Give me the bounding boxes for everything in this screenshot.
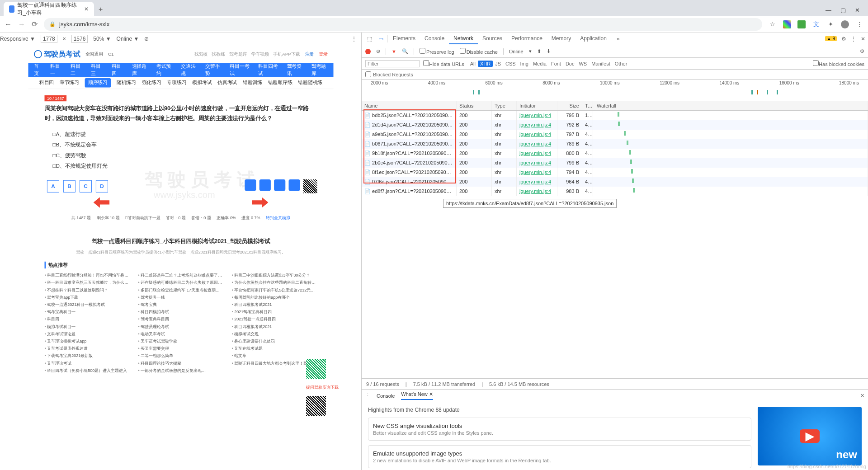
back-button[interactable]: ←: [5, 20, 12, 28]
filter-type[interactable]: Img: [518, 61, 531, 67]
col-name[interactable]: Name: [362, 101, 457, 110]
search-icon[interactable]: 🔍: [402, 48, 408, 54]
network-row[interactable]: 📄 b0671.json?CALL=?20210205090935.json20…: [362, 139, 868, 149]
disable-cache-checkbox[interactable]: Disable cache: [460, 48, 498, 55]
devtools-tab[interactable]: Console: [420, 33, 449, 44]
translate-icon[interactable]: 文: [812, 20, 820, 28]
devtools-menu-icon[interactable]: ⋮: [851, 36, 856, 42]
url-input[interactable]: 🔒 jsyks.com/kms-sxlx: [44, 18, 762, 31]
nav-item[interactable]: 科目一: [50, 63, 62, 77]
site-logo[interactable]: 驾驶员考试: [34, 49, 80, 59]
responsive-mode[interactable]: Responsive ▼: [0, 36, 35, 42]
nav-item[interactable]: 交警手势: [205, 63, 222, 77]
col-waterfall[interactable]: Waterfall: [593, 101, 868, 110]
filter-type[interactable]: Media: [531, 61, 549, 67]
whatsnew-card[interactable]: New CSS angle visualization toolsBetter …: [368, 418, 751, 441]
hot-link[interactable]: 科目四模拟考试: [138, 309, 223, 315]
col-size[interactable]: Size: [557, 101, 582, 110]
req-initiator[interactable]: jquery.min.js:4: [517, 130, 557, 139]
filter-type[interactable]: CSS: [503, 61, 518, 67]
drawer-tab-whatsnew[interactable]: What's New ✕: [401, 391, 433, 400]
question-option[interactable]: □C、疲劳驾驶: [52, 150, 317, 160]
req-initiator[interactable]: jquery.min.js:4: [517, 139, 557, 149]
hot-link[interactable]: 驾考宝典科目四: [138, 316, 223, 322]
col-status[interactable]: Status: [457, 101, 492, 110]
menu-icon[interactable]: ⋮: [855, 20, 863, 28]
ext-icon-2[interactable]: [797, 20, 806, 28]
subnav-item[interactable]: 错题随机练: [298, 80, 322, 86]
qr-code-2[interactable]: [306, 396, 326, 416]
hot-link[interactable]: 叉车理论模拟考试app: [44, 338, 130, 344]
hot-link[interactable]: 科二难还是科三难？上考场前这些难点要了解清…: [138, 273, 223, 278]
hot-link[interactable]: 2021驾校一点通科目四: [231, 316, 317, 322]
subnav-item[interactable]: 章节练习: [59, 80, 79, 86]
hot-link[interactable]: 文科考试理论题: [44, 331, 130, 337]
hot-link[interactable]: 叉车理论考试: [44, 360, 130, 366]
window-maximize[interactable]: ▢: [840, 7, 846, 14]
prev-arrow[interactable]: [93, 197, 109, 207]
answer-button[interactable]: D: [95, 180, 108, 192]
hot-link[interactable]: 2021驾考宝典科目四: [231, 309, 317, 315]
share-icon-1[interactable]: [245, 179, 256, 191]
star-icon[interactable]: ☆: [769, 20, 777, 28]
req-initiator[interactable]: jquery.min.js:4: [517, 111, 557, 120]
hot-link[interactable]: 科目四模拟考试2021: [231, 302, 317, 308]
filter-type[interactable]: Doc: [563, 61, 577, 67]
download-icon[interactable]: ⬇: [547, 48, 551, 54]
drawer-close-icon[interactable]: ✕: [860, 393, 864, 399]
hot-link[interactable]: 多部门联合检查按规约车 17天重点检查期到来: [138, 287, 223, 293]
answer-button[interactable]: A: [47, 180, 59, 192]
nav-item[interactable]: 选择题库: [132, 63, 148, 77]
subnav-item[interactable]: 强化练习: [142, 80, 161, 86]
hot-link[interactable]: 科目三中沙眼跟踪方法露出3停车30公分？: [231, 273, 317, 278]
filter-type[interactable]: XHR: [478, 61, 493, 67]
req-initiator[interactable]: jquery.min.js:4: [517, 149, 557, 158]
filter-type[interactable]: Other: [613, 61, 630, 67]
header-link[interactable]: 找驾校: [194, 51, 208, 57]
filter-type[interactable]: Font: [549, 61, 563, 67]
zoom-level[interactable]: 50% ▼: [93, 36, 111, 42]
nav-item[interactable]: 交通法规: [180, 63, 197, 77]
nav-item[interactable]: 考试预约: [156, 63, 172, 77]
throttle-select[interactable]: Online: [509, 49, 524, 54]
hot-link[interactable]: 叉车证考试驾驶学校: [138, 338, 223, 344]
network-row[interactable]: 📄 a9eb5.json?CALL=?20210205090935.json20…: [362, 130, 868, 139]
nav-item[interactable]: 驾考资讯: [287, 63, 303, 77]
whatsnew-card[interactable]: Emulate unsupported image types2 new emu…: [368, 445, 751, 468]
whatsnew-promo[interactable]: ▶ new: [758, 407, 862, 465]
devtools-tab[interactable]: Elements: [388, 33, 420, 44]
blocked-cookies[interactable]: Has blocked cookies: [813, 60, 864, 67]
question-option[interactable]: □A、超速行驶: [52, 129, 317, 139]
drawer-menu-icon[interactable]: ⋮: [365, 393, 370, 399]
network-row[interactable]: 📄 bdb25.json?CALL=?20210205090935.json20…: [362, 111, 868, 120]
network-timeline[interactable]: 2000 ms4000 ms6000 ms8000 ms10000 ms1200…: [362, 80, 868, 101]
hide-data-urls[interactable]: Hide data URLs: [423, 60, 464, 67]
device-mode-icon[interactable]: ▭: [376, 36, 386, 42]
viewport-width[interactable]: 1778: [41, 35, 57, 43]
req-initiator[interactable]: jquery.min.js:4: [517, 158, 557, 168]
hot-link[interactable]: 电动叉车考试: [138, 331, 223, 337]
hot-link[interactable]: 为什么你黄然会挂在这些题的科目二直角转弯上？: [231, 280, 317, 286]
header-link[interactable]: 找教练: [212, 51, 225, 57]
subnav-item[interactable]: 顺序练习: [85, 78, 111, 88]
hot-link[interactable]: 买叉车需要交税: [138, 346, 223, 352]
browser-tab[interactable]: 驾校一点通科目四顺序练习_小车科 ✕: [4, 2, 94, 16]
hot-link[interactable]: 科目四理论技巧大揭秘: [138, 360, 223, 366]
share-icon-2[interactable]: [259, 179, 270, 191]
hot-link[interactable]: 科一科目四难度竟然三五天就能过，为什么还有人挂…: [44, 280, 130, 286]
network-settings-icon[interactable]: ⚙: [860, 48, 864, 54]
hot-link[interactable]: 科目三直线行驶满分经验！再也不用怕车身跑偏了: [44, 273, 130, 278]
devtools-tab[interactable]: Network: [449, 33, 478, 44]
nav-item[interactable]: 首页: [34, 63, 42, 77]
window-minimize[interactable]: —: [826, 7, 831, 14]
hot-link[interactable]: 驾考宝典app下载: [44, 294, 130, 300]
header-link[interactable]: 手机APP下载: [273, 51, 300, 57]
nav-item[interactable]: 科目一考试: [230, 63, 250, 77]
hot-link[interactable]: 模拟考试交规: [231, 331, 317, 337]
record-button[interactable]: [365, 49, 371, 54]
hot-link[interactable]: 二等一档那么简单: [138, 353, 223, 359]
col-time[interactable]: T...: [582, 101, 593, 110]
hot-link[interactable]: 站文章: [231, 353, 317, 359]
throttle-arrow[interactable]: ▾: [529, 48, 532, 54]
network-row[interactable]: 📄 07f6d.json?CALL=?20210205090935.json20…: [362, 177, 868, 187]
